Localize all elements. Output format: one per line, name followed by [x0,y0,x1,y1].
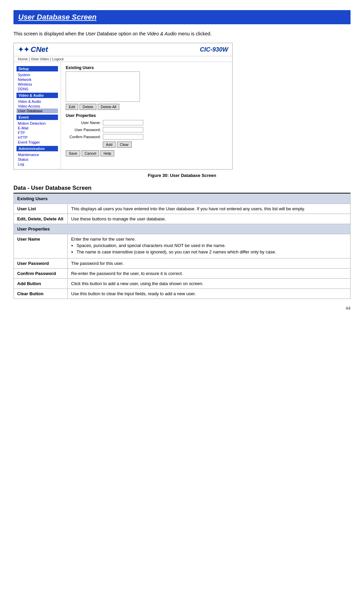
user-name-field-desc: Enter the name for the user here. Spaces… [68,234,351,258]
user-properties-section: User Properties User Name: User Password… [66,113,228,156]
logo-symbol: ✦✦ [18,45,29,54]
manage-buttons-row: Edit Delete Delete All [66,104,228,110]
existing-users-label: Existing Users [66,65,228,70]
logo-name: CNet [31,45,48,54]
sidebar-item-motion-detection[interactable]: Motion Detection [17,121,58,126]
ui-nav-links: Home | View Video | Logout [14,56,232,62]
sidebar-item-http[interactable]: HTTP [17,135,58,140]
user-properties-label: User Properties [66,113,228,118]
add-button-desc-row: Add Button Click this button to add a ne… [14,279,351,289]
user-name-bullets: Spaces, punctuation, and special charact… [77,243,347,254]
sidebar-item-status[interactable]: Status [17,157,58,162]
save-cancel-row: Save Cancel Help [66,150,228,156]
sidebar-item-maintenance[interactable]: Maintenance [17,152,58,157]
sidebar-item-email[interactable]: E-Mail [17,126,58,130]
user-properties-header-row: User Properties [14,224,351,234]
sidebar-item-wireless[interactable]: Wireless [17,82,58,87]
page-number: 44 [13,306,351,311]
user-list-label: User List [14,204,68,214]
sidebar-item-network[interactable]: Network [17,77,58,82]
edit-delete-desc: Use these buttons to manage the user dat… [68,214,351,224]
user-name-field-label: User Name [14,234,68,258]
confirm-password-desc-row: Confirm Password Re-enter the password f… [14,269,351,279]
user-password-row: User Password: [66,127,228,132]
clear-button-field-desc: Use this button to clear the input field… [68,289,351,299]
delete-button[interactable]: Delete [80,104,96,110]
sidebar-section-video-audio: Video & Audio [17,93,58,98]
user-name-bullet-1: Spaces, punctuation, and special charact… [77,243,347,248]
sidebar-section-event: Event [17,115,58,120]
edit-delete-label: Edit, Delete, Delete All [14,214,68,224]
confirm-password-field-desc: Re-enter the password for the user, to e… [68,269,351,279]
user-password-field-label: User Password [14,258,68,269]
confirm-password-row: Confirm Password: [66,134,228,140]
clear-button-desc-row: Clear Button Use this button to clear th… [14,289,351,299]
confirm-password-label: Confirm Password: [66,135,103,139]
add-button-field-label: Add Button [14,279,68,289]
clear-button[interactable]: Clear [117,142,132,148]
ui-screenshot: ✦✦ CNet CIC-930W Home | View Video | Log… [13,43,233,170]
ui-model: CIC-930W [200,46,228,53]
user-name-label: User Name: [66,121,103,125]
sidebar-item-video-audio[interactable]: Video & Audio [17,99,58,104]
page-title: User Database Screen [18,13,346,22]
delete-all-button[interactable]: Delete All [98,104,119,110]
user-list-row: User List This displays all users you ha… [14,204,351,214]
data-table: Existing Users User List This displays a… [13,193,351,299]
data-section-title: Data - User Database Screen [13,185,351,193]
user-password-field-desc: The password for this user. [68,258,351,269]
page-title-banner: User Database Screen [13,10,351,24]
edit-button[interactable]: Edit [66,104,78,110]
confirm-password-field-label: Confirm Password [14,269,68,279]
save-button[interactable]: Save [66,150,80,156]
existing-users-header: Existing Users [14,194,351,204]
existing-users-header-row: Existing Users [14,194,351,204]
confirm-password-input[interactable] [103,134,143,140]
cancel-button[interactable]: Cancel [82,150,99,156]
add-clear-row: Add Clear [66,142,228,148]
user-password-desc-row: User Password The password for this user… [14,258,351,269]
sidebar-item-event-trigger[interactable]: Event Trigger [17,140,58,145]
user-name-row: User Name: [66,120,228,125]
edit-delete-row: Edit, Delete, Delete All Use these butto… [14,214,351,224]
sidebar-item-video-access[interactable]: Video Access [17,104,58,109]
intro-paragraph: This screen is displayed when the User D… [13,30,351,37]
sidebar-item-user-database[interactable]: User Database [17,109,58,113]
add-button[interactable]: Add [103,142,116,148]
existing-users-listbox[interactable] [66,71,140,102]
figure-caption: Figure 30: User Database Screen [13,173,351,178]
ui-content: Existing Users Edit Delete Delete All Us… [61,62,232,169]
user-list-desc: This displays all users you have entered… [68,204,351,214]
ui-logo: ✦✦ CNet [18,45,48,54]
user-name-input[interactable] [103,120,143,125]
ui-header: ✦✦ CNet CIC-930W [14,43,232,56]
user-password-input[interactable] [103,127,143,132]
user-name-bullet-2: The name is case insensitive (case is ig… [77,249,347,254]
user-name-desc-row: User Name Enter the name for the user he… [14,234,351,258]
ui-sidebar: Setup System Network Wireless DDNS Video… [14,62,61,169]
sidebar-item-ftp[interactable]: FTP [17,130,58,135]
ui-body: Setup System Network Wireless DDNS Video… [14,62,232,169]
sidebar-item-log[interactable]: Log [17,162,58,166]
sidebar-item-system[interactable]: System [17,72,58,77]
sidebar-section-administration: Administration [17,146,58,151]
sidebar-section-setup: Setup [17,66,58,71]
help-button[interactable]: Help [100,150,114,156]
sidebar-item-ddns[interactable]: DDNS [17,87,58,91]
user-properties-header: User Properties [14,224,351,234]
user-password-label: User Password: [66,128,103,132]
clear-button-field-label: Clear Button [14,289,68,299]
add-button-field-desc: Click this button to add a new user, usi… [68,279,351,289]
